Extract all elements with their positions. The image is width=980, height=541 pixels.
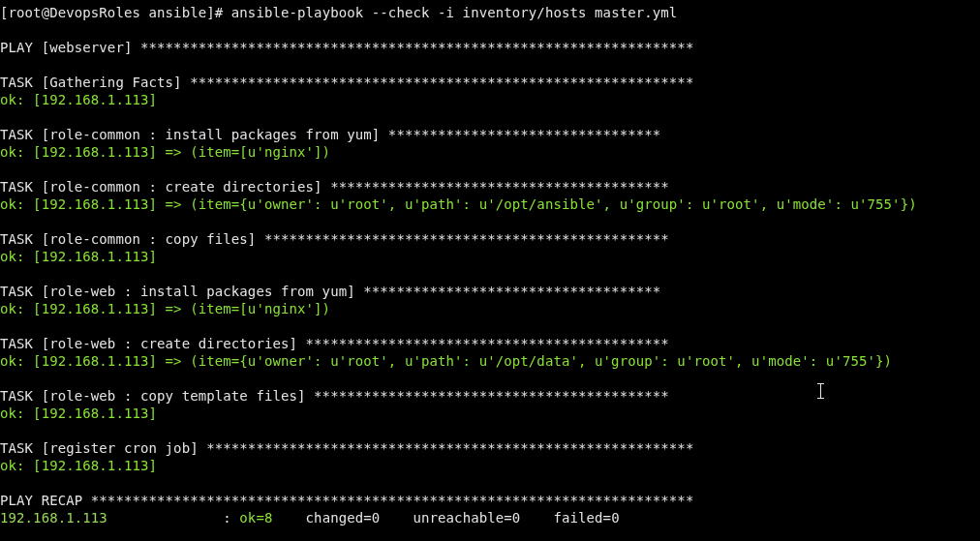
recap-pad: : bbox=[107, 510, 239, 526]
task-result: ok: [192.168.1.113] bbox=[0, 249, 157, 264]
task-result: ok: [192.168.1.113] => (item=[u'nginx']) bbox=[0, 301, 330, 316]
task-header: TASK [role-web : install packages from y… bbox=[0, 284, 660, 299]
task-result: ok: [192.168.1.113] => (item=[u'nginx']) bbox=[0, 144, 330, 160]
shell-prompt: [root@DevopsRoles ansible]# bbox=[0, 5, 231, 20]
recap-ok: ok=8 bbox=[239, 510, 272, 526]
task-header: TASK [role-common : copy files] ********… bbox=[0, 231, 669, 247]
play-header: PLAY [webserver] ***********************… bbox=[0, 40, 693, 55]
task-header: TASK [role-common : install packages fro… bbox=[0, 127, 660, 142]
task-result: ok: [192.168.1.113] bbox=[0, 406, 157, 421]
task-header: TASK [role-common : create directories] … bbox=[0, 179, 669, 195]
task-result: ok: [192.168.1.113] bbox=[0, 92, 157, 107]
task-result: ok: [192.168.1.113] => (item={u'owner': … bbox=[0, 196, 917, 212]
task-header: TASK [role-web : copy template files] **… bbox=[0, 388, 669, 404]
recap-header: PLAY RECAP *****************************… bbox=[0, 493, 693, 508]
recap-host: 192.168.1.113 bbox=[0, 510, 107, 526]
terminal-output: [root@DevopsRoles ansible]# ansible-play… bbox=[0, 0, 980, 526]
task-result: ok: [192.168.1.113] bbox=[0, 458, 157, 473]
recap-rest: changed=0 unreachable=0 failed=0 bbox=[272, 510, 619, 526]
task-header: TASK [Gathering Facts] *****************… bbox=[0, 75, 693, 90]
command-text: ansible-playbook --check -i inventory/ho… bbox=[231, 5, 678, 20]
task-result: ok: [192.168.1.113] => (item={u'owner': … bbox=[0, 353, 892, 369]
task-header: TASK [register cron job] ***************… bbox=[0, 440, 693, 456]
task-header: TASK [role-web : create directories] ***… bbox=[0, 336, 669, 351]
